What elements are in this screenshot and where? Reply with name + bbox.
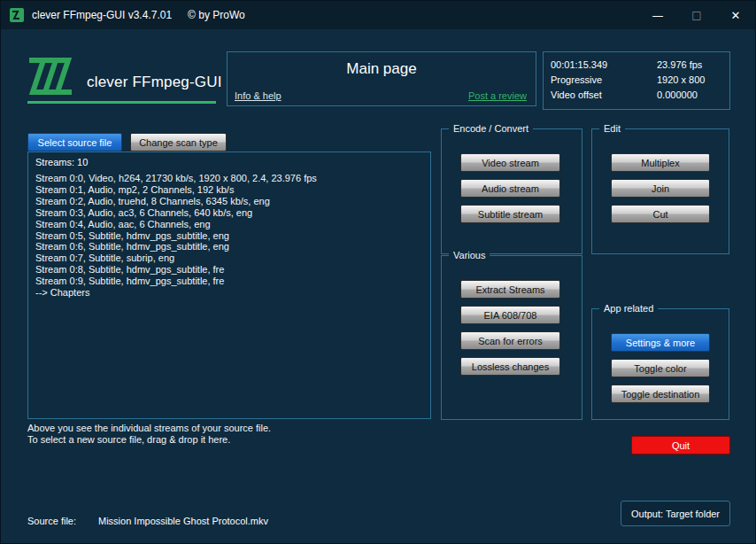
video-stream-button[interactable]: Video stream bbox=[460, 153, 560, 172]
main-page-panel: Main page Info & help Post a review bbox=[227, 51, 536, 106]
quit-button[interactable]: Quit bbox=[631, 436, 730, 455]
streams-hint-line2: To select a new source file, drag & drop… bbox=[27, 434, 230, 445]
stream-row: Stream 0:3, Audio, ac3, 6 Channels, 640 … bbox=[35, 207, 425, 219]
logo-underline bbox=[27, 101, 216, 104]
group-app-related-title: App related bbox=[599, 303, 658, 314]
video-info-row: 00:01:15.349 23.976 fps bbox=[551, 58, 722, 73]
page-title: Main page bbox=[228, 60, 536, 78]
app-window: clever FFmpeg-GUI v3.4.7.01 © by ProWo —… bbox=[0, 0, 756, 544]
stream-row: Stream 0:8, Subtitle, hdmv_pgs_subtitle,… bbox=[35, 264, 425, 276]
logo-text: clever FFmpeg-GUI bbox=[87, 74, 222, 91]
select-source-button[interactable]: Select source file bbox=[27, 133, 122, 152]
cut-button[interactable]: Cut bbox=[611, 205, 710, 223]
stream-row: Stream 0:1, Audio, mp2, 2 Channels, 192 … bbox=[35, 184, 425, 196]
logo-graphic bbox=[26, 54, 82, 98]
group-app-related: App related Settings & more Toggle color… bbox=[591, 308, 729, 420]
video-info-value: 23.976 fps bbox=[657, 58, 722, 73]
stream-row: --> Chapters bbox=[35, 287, 425, 299]
video-info-panel: 00:01:15.349 23.976 fps Progressive 1920… bbox=[543, 51, 730, 110]
video-info-label: 00:01:15.349 bbox=[551, 58, 657, 73]
window-title: clever FFmpeg-GUI v3.4.7.01 bbox=[32, 9, 172, 21]
subtitle-stream-button[interactable]: Subtitle stream bbox=[460, 205, 560, 223]
title-bar: clever FFmpeg-GUI v3.4.7.01 © by ProWo —… bbox=[1, 1, 755, 29]
stream-list: Stream 0:0, Video, h264, 21730 kb/s, 192… bbox=[35, 173, 425, 299]
video-info-label: Progressive bbox=[551, 73, 657, 88]
multiplex-button[interactable]: Multiplex bbox=[611, 153, 710, 172]
video-info-row: Video offset 0.000000 bbox=[551, 88, 722, 103]
group-encode-convert: Encode / Convert Video stream Audio stre… bbox=[441, 128, 582, 254]
join-button[interactable]: Join bbox=[611, 179, 710, 198]
stream-row: Stream 0:9, Subtitle, hdmv_pgs_subtitle,… bbox=[35, 276, 425, 287]
close-button[interactable]: ✕ bbox=[716, 1, 755, 29]
settings-more-button[interactable]: Settings & more bbox=[611, 333, 710, 352]
stream-row: Stream 0:6, Subtitle, hdmv_pgs_subtitle,… bbox=[35, 241, 425, 253]
streams-count-label: Streams: 10 bbox=[35, 157, 88, 167]
extract-streams-button[interactable]: Extract Streams bbox=[460, 280, 560, 299]
video-info-value: 1920 x 800 bbox=[657, 73, 722, 88]
stream-row: Stream 0:7, Subtitle, subrip, eng bbox=[35, 253, 425, 264]
toggle-destination-button[interactable]: Toggle destination bbox=[611, 385, 710, 403]
group-various-title: Various bbox=[449, 250, 490, 260]
eia-608-708-button[interactable]: EIA 608/708 bbox=[460, 306, 560, 324]
stream-row: Stream 0:2, Audio, truehd, 8 Channels, 6… bbox=[35, 196, 425, 207]
minimize-button[interactable]: — bbox=[638, 1, 677, 29]
source-file-label: Source file: bbox=[27, 516, 76, 526]
group-edit-title: Edit bbox=[599, 123, 625, 134]
change-scan-type-button[interactable]: Change scan type bbox=[130, 133, 227, 152]
stream-row: Stream 0:4, Audio, aac, 6 Channels, eng bbox=[35, 219, 425, 230]
app-logo-icon bbox=[10, 8, 24, 22]
output-target-folder-button[interactable]: Output: Target folder bbox=[621, 501, 730, 526]
video-info-value: 0.000000 bbox=[657, 88, 722, 103]
scan-for-errors-button[interactable]: Scan for errors bbox=[460, 331, 560, 350]
group-various: Various Extract Streams EIA 608/708 Scan… bbox=[441, 255, 582, 420]
info-help-link[interactable]: Info & help bbox=[235, 90, 282, 101]
video-info-row: Progressive 1920 x 800 bbox=[551, 73, 722, 88]
window-copyright: © by ProWo bbox=[188, 9, 245, 21]
post-review-link[interactable]: Post a review bbox=[468, 90, 527, 101]
source-file-value: Mission Impossible Ghost Protocol.mkv bbox=[98, 516, 268, 526]
stream-row: Stream 0:0, Video, h264, 21730 kb/s, 192… bbox=[35, 173, 425, 184]
streams-hint-line1: Above you see the individual streams of … bbox=[27, 423, 271, 433]
streams-box[interactable]: Streams: 10 Stream 0:0, Video, h264, 217… bbox=[27, 152, 431, 419]
stream-row: Stream 0:5, Subtitle, hdmv_pgs_subtitle,… bbox=[35, 230, 425, 242]
toggle-color-button[interactable]: Toggle color bbox=[611, 359, 710, 377]
lossless-changes-button[interactable]: Lossless changes bbox=[460, 357, 560, 376]
audio-stream-button[interactable]: Audio stream bbox=[460, 179, 560, 198]
maximize-button[interactable]: □ bbox=[677, 1, 716, 29]
group-encode-convert-title: Encode / Convert bbox=[449, 123, 533, 134]
video-info-label: Video offset bbox=[551, 88, 657, 103]
group-edit: Edit Multiplex Join Cut bbox=[591, 128, 729, 254]
